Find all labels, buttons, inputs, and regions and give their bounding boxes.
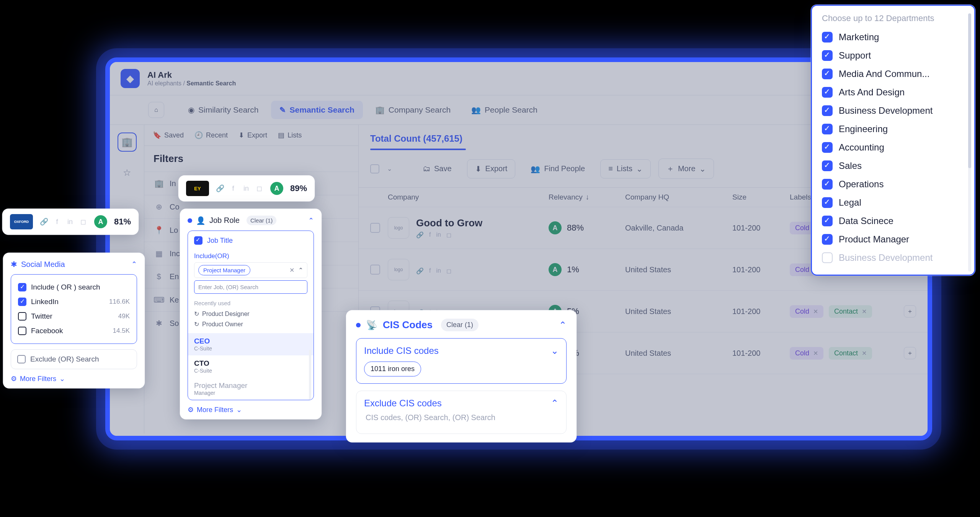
role-suggestion[interactable]: CEOC-Suite [188,333,314,355]
link-icon: 🔗 [216,184,224,193]
company-size: 101-200 [732,224,790,232]
col-company[interactable]: Company [388,193,549,201]
tab-similarity-search[interactable]: ◉Similarity Search [180,101,267,119]
department-option[interactable]: Support [820,46,964,65]
lists-dropdown[interactable]: ≡Lists⌄ [600,159,651,178]
saved-button[interactable]: 🔖Saved [153,131,184,139]
find-people-button[interactable]: 👥Find People [523,160,593,178]
add-label-button[interactable]: ＋ [904,305,916,317]
row-checkbox[interactable] [370,265,380,275]
clock-icon: 🕘 [194,131,203,139]
department-option[interactable]: Accounting [820,138,964,157]
app-header: ◆ AI Ark AI elephants / Semantic Search [110,62,928,95]
recent-button[interactable]: 🕘Recent [194,131,228,139]
department-option[interactable]: Engineering [820,120,964,138]
chevron-up-icon[interactable]: ⌃ [131,260,137,268]
row-checkbox[interactable] [370,223,380,233]
company-hq: United States [625,349,732,358]
department-option[interactable]: Business Development [820,249,964,267]
clear-button[interactable]: Clear (1) [247,216,276,225]
selected-tag: Project Manager ✕ ⌃ [194,262,307,278]
export-button[interactable]: ⬇Export [238,131,267,139]
export-button[interactable]: ⬇Export [467,159,516,178]
department-option[interactable]: Sales [820,157,964,175]
tab-people-search[interactable]: 👥People Search [463,101,546,119]
include-group: Include ( OR ) search LinkedIn116.6KTwit… [11,274,137,344]
checkbox-icon [822,197,833,208]
more-dropdown[interactable]: ＋More⌄ [658,159,714,179]
save-button[interactable]: 🗂Save [415,160,459,178]
chevron-down-icon: ⌄ [236,406,242,414]
department-option[interactable]: Data Scinece [820,212,964,230]
include-or-toggle[interactable]: Include ( OR ) search [17,280,131,294]
panel-title: CIS Codes [383,319,433,331]
scrollbar[interactable] [309,350,311,400]
close-icon[interactable]: ✕ [862,350,867,357]
recent-item[interactable]: ↻Product Owner [188,319,314,329]
filter-icon: ▦ [154,249,164,258]
department-option[interactable]: Marketing [820,28,964,46]
gear-icon: ⚙ [11,375,17,383]
recent-item[interactable]: ↻Product Designer [188,309,314,319]
department-option[interactable]: Business Development [820,101,964,120]
role-suggestion[interactable]: Project ManagerManager [188,378,314,400]
filter-icon: 🏢 [154,179,164,188]
chevron-up-icon[interactable]: ⌃ [559,320,567,330]
checkbox-icon [822,124,833,134]
list-icon: ▤ [278,131,284,139]
label-pill[interactable]: Cold ✕ [790,305,823,318]
tab-semantic-search[interactable]: ✎Semantic Search [271,101,363,119]
col-hq[interactable]: Company HQ [625,193,732,201]
col-size[interactable]: Size [732,193,790,201]
close-icon[interactable]: ✕ [813,350,818,357]
chevron-down-icon[interactable]: ⌄ [551,345,559,356]
label-pill[interactable]: Contact ✕ [829,305,872,318]
department-option[interactable]: Arts And Design [820,83,964,101]
close-icon[interactable]: ✕ [289,267,294,274]
more-filters-button[interactable]: ⚙ More Filters ⌄ [11,375,137,383]
chevron-up-icon[interactable]: ⌃ [298,267,303,274]
linkedin-icon: in [436,231,441,239]
cis-chip[interactable]: 1011 iron ores [364,362,421,376]
tab-company-search[interactable]: 🏢Company Search [367,101,459,119]
exclude-or-toggle[interactable]: Exclude (OR) Search [11,349,137,369]
col-relevancy[interactable]: Relevancy↓ [549,193,625,201]
department-option[interactable]: Operations [820,175,964,193]
social-option[interactable]: Twitter49K [17,309,131,324]
link-icon: 🔗 [416,267,424,275]
chevron-down-icon: ⌄ [59,375,65,383]
label-pill[interactable]: Contact ✕ [829,347,872,360]
chevron-down-icon[interactable]: ⌄ [387,165,392,172]
role-suggestion[interactable]: CTOC-Suite [188,355,314,378]
social-option[interactable]: LinkedIn116.6K [17,294,131,309]
department-option[interactable]: Product Manager [820,230,964,249]
social-option[interactable]: Facebook14.5K [17,324,131,338]
chevron-up-icon[interactable]: ⌃ [551,398,559,409]
close-icon[interactable]: ✕ [813,308,818,315]
department-option[interactable]: Legal [820,193,964,212]
rail-star-icon[interactable]: ☆ [118,163,137,182]
brand-logo: OXFORD [10,214,33,229]
add-label-button[interactable]: ＋ [904,347,916,359]
select-all-checkbox[interactable] [370,164,379,173]
lists-button[interactable]: ▤Lists [278,131,302,139]
network-icon: ✱ [11,260,17,269]
clear-button[interactable]: Clear (1) [441,319,479,331]
close-icon[interactable]: ✕ [862,308,867,315]
cis-search-input[interactable]: CIS codes, (OR) Search, (OR) Search [364,409,559,427]
facebook-icon: f [429,267,431,275]
tag-chip[interactable]: Project Manager [198,265,250,275]
job-search-input[interactable]: Enter Job, (OR) Search [194,280,307,294]
grade-badge: A [94,215,107,228]
label-pill[interactable]: Cold ✕ [790,347,823,360]
company-hq: Oakville, Canada [625,224,732,232]
rail-company-icon[interactable]: 🏢 [118,133,137,152]
more-filters-button[interactable]: ⚙ More Filters ⌄ [188,406,314,414]
home-icon[interactable]: ⌂ [148,102,164,118]
chevron-up-icon[interactable]: ⌃ [308,216,314,225]
scrollbar[interactable] [968,13,971,272]
job-title-toggle[interactable]: Job Title [188,231,314,250]
fingerprint-icon: ◉ [188,105,194,115]
department-option[interactable]: Media And Commun... [820,65,964,83]
grade-badge: A [549,263,562,276]
